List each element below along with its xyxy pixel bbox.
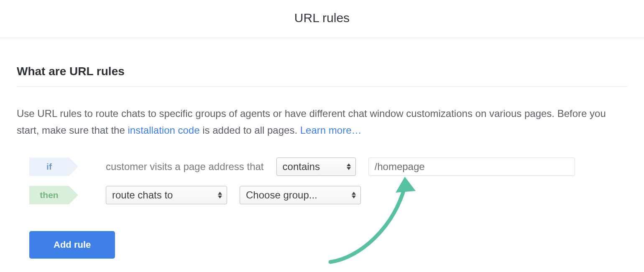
svg-marker-5 <box>352 196 356 198</box>
select-arrows-icon <box>217 192 222 198</box>
section-description: Use URL rules to route chats to specific… <box>17 105 627 138</box>
page-header: URL rules <box>0 0 644 38</box>
svg-marker-1 <box>347 167 351 170</box>
select-arrows-icon <box>346 163 351 170</box>
svg-marker-3 <box>218 196 222 198</box>
rule-if-row: if customer visits a page address that c… <box>29 158 627 176</box>
add-rule-button[interactable]: Add rule <box>29 231 115 259</box>
url-path-input[interactable] <box>368 158 575 176</box>
svg-marker-0 <box>347 163 351 166</box>
action-select[interactable]: route chats to <box>106 186 227 204</box>
svg-marker-4 <box>352 192 356 195</box>
page-title: URL rules <box>0 11 644 25</box>
svg-marker-2 <box>218 192 222 195</box>
rule-builder: if customer visits a page address that c… <box>17 158 627 259</box>
condition-label: customer visits a page address that <box>106 161 264 173</box>
group-select-value: Choose group... <box>246 189 317 201</box>
if-tag: if <box>29 158 69 176</box>
content-area: What are URL rules Use URL rules to rout… <box>0 38 644 272</box>
section-heading: What are URL rules <box>17 65 627 87</box>
match-operator-value: contains <box>283 161 320 173</box>
group-select[interactable]: Choose group... <box>240 186 361 204</box>
action-select-value: route chats to <box>112 189 173 201</box>
installation-code-link[interactable]: installation code <box>128 125 199 136</box>
match-operator-select[interactable]: contains <box>276 158 356 176</box>
learn-more-link[interactable]: Learn more… <box>300 125 362 136</box>
rule-then-row: then route chats to Choose group... <box>29 186 627 204</box>
select-arrows-icon <box>351 192 356 198</box>
desc-text-2: is added to all pages. <box>200 125 300 136</box>
then-tag: then <box>29 186 69 204</box>
